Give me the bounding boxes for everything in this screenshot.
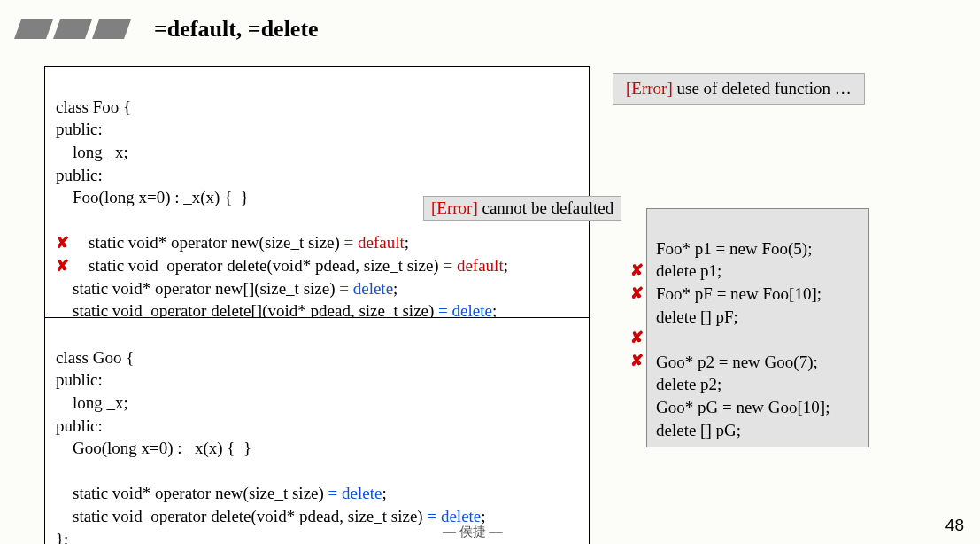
slide-title: =default, =delete: [154, 16, 319, 43]
slide-number: 48: [945, 516, 964, 535]
error-tag: [Error]: [626, 79, 673, 97]
code-line: delete p2;: [656, 375, 721, 393]
code-line: Foo* pF = new Foo[10];: [656, 284, 822, 303]
x-mark-icon: ✘: [630, 260, 644, 280]
code-line: public:: [56, 166, 103, 184]
error-callout-deleted: [Error] use of deleted function …: [613, 73, 865, 105]
decor-parallelogram: [92, 19, 131, 39]
code-line: Goo(long x=0) : _x(x) { }: [56, 439, 251, 457]
code-line: long _x;: [56, 143, 128, 161]
slide-header: =default, =delete: [18, 16, 319, 43]
x-mark-icon: ✘: [56, 255, 72, 276]
code-line: delete p1;: [656, 261, 721, 280]
code-line: };: [56, 530, 68, 544]
code-line: delete [] pF;: [656, 307, 738, 326]
decor-parallelogram: [14, 19, 53, 39]
code-line: Goo* pG = new Goo[10];: [656, 398, 830, 416]
code-line: public:: [56, 416, 103, 435]
x-mark-icon: ✘: [630, 351, 644, 370]
error-callout-defaulted: [Error] cannot be defaulted: [423, 196, 621, 221]
codebox-goo: class Goo { public: long _x; public: Goo…: [44, 317, 590, 544]
code-line: delete [] pG;: [656, 421, 741, 439]
code-line: class Goo {: [56, 348, 134, 367]
code-line: Foo* p1 = new Foo(5);: [656, 239, 812, 258]
code-line: public:: [56, 120, 103, 138]
x-mark-icon: ✘: [56, 232, 72, 253]
code-line: class Foo {: [56, 97, 131, 116]
code-line: Foo(long x=0) : _x(x) { }: [56, 188, 249, 206]
x-mark-icon: ✘: [630, 328, 644, 347]
decor-parallelogram: [53, 19, 92, 39]
codebox-usage: Foo* p1 = new Foo(5); delete p1; Foo* pF…: [646, 208, 869, 447]
error-tag: [Error]: [431, 198, 478, 217]
error-text: use of deleted function …: [673, 79, 852, 97]
footer-author: — 侯捷 —: [443, 524, 503, 540]
error-text: cannot be defaulted: [478, 198, 614, 217]
code-line: long _x;: [56, 393, 128, 412]
code-line: Goo* p2 = new Goo(7);: [656, 353, 818, 371]
x-mark-icon: ✘: [630, 284, 644, 303]
code-line: public:: [56, 370, 103, 389]
